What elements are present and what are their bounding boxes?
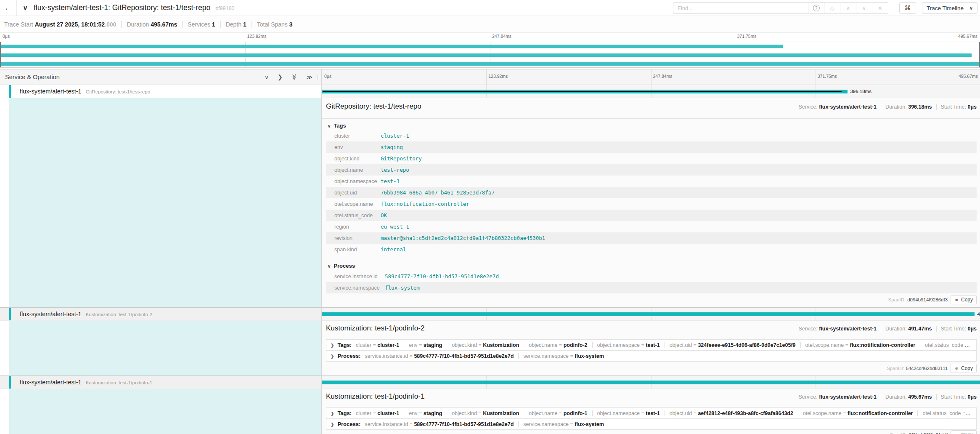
chevron-down-icon: ∨ <box>969 5 973 11</box>
span-duration-bar[interactable] <box>322 381 980 384</box>
collapse-one-icon[interactable]: ∨ <box>265 74 269 80</box>
expand-one-icon[interactable]: ❯ <box>278 74 283 80</box>
tag-row: envstaging <box>326 141 977 153</box>
expand-all-icon[interactable]: ≫ <box>306 74 313 80</box>
column-splitter[interactable] <box>321 69 322 434</box>
span-operation-name: Kustomization: test-1/podinfo-2 <box>86 312 153 317</box>
trace-header-collapse-toggle[interactable]: ∨ <box>19 0 31 16</box>
span-detail-content: GitRepository: test-1/test-repo Service:… <box>322 98 980 307</box>
find-next-button[interactable]: ∨ <box>856 2 872 14</box>
tags-collapsed-strip[interactable]: ❯Tags:clustercluster-1envstagingobject.k… <box>326 339 977 351</box>
span-service-name: flux-system/alert-test-1 <box>20 311 82 317</box>
span-color-accent <box>9 85 11 98</box>
find-input[interactable] <box>673 2 808 14</box>
span-name-cell[interactable]: flux-system/alert-test-1Kustomization: t… <box>0 376 322 389</box>
span-bar-row[interactable]: 491.47ms <box>322 308 980 321</box>
trace-services: Services 1 <box>182 21 220 28</box>
span-detail-content: Kustomization: test-1/podinfo-1 Service:… <box>322 389 980 434</box>
span-id-value: d094b914f9286df3 <box>907 297 948 302</box>
tag-row: object.uid76bb3984-686a-4b07-b461-9285e3… <box>326 187 977 198</box>
trace-id-badge: bf99160 <box>215 5 234 11</box>
tag-row: clustercluster-1 <box>326 130 977 141</box>
find-match-case-button[interactable]: ◇ <box>824 2 840 14</box>
back-icon: ← <box>4 3 12 13</box>
span-name-cell[interactable]: flux-system/alert-test-1GitRepository: t… <box>0 85 322 98</box>
copy-span-id-button[interactable]: ⚭Copy <box>951 430 977 434</box>
span-detail-meta: Service: flux-system/alert-test-1Duratio… <box>798 394 977 400</box>
minimap-canvas[interactable] <box>0 42 980 68</box>
close-icon: ✕ <box>878 5 882 11</box>
copy-span-id-button[interactable]: ⚭Copy <box>951 295 977 304</box>
timeline-column-header: Service & Operation ∨ ❯ ≫ ≫ 0μs 123.92ms… <box>0 69 980 85</box>
span-service-name: flux-system/alert-test-1 <box>20 88 82 95</box>
chevron-down-icon: ∨ <box>328 264 331 269</box>
minimap-left-scrubber[interactable] <box>0 42 1 67</box>
span-detail-title: Kustomization: test-1/podinfo-1 <box>326 392 424 401</box>
span-detail-panel: GitRepository: test-1/test-repo Service:… <box>0 98 980 308</box>
tag-row: object.kindGitRepository <box>326 153 977 164</box>
span-row[interactable]: flux-system/alert-test-1Kustomization: t… <box>0 376 980 389</box>
process-row: service.namespaceflux-system <box>326 282 977 293</box>
tick-label: 123.92ms <box>488 74 508 79</box>
span-id-footer: SpanID:54c2cd462bd83111 ⚭Copy <box>887 364 977 373</box>
service-operation-header: Service & Operation ∨ ❯ ≫ ≫ <box>0 69 322 85</box>
span-duration-bar[interactable] <box>322 312 975 316</box>
process-collapsed-strip[interactable]: ❯Process:service.instance.id589c4777-7f1… <box>326 350 977 362</box>
app-header: ← ∨ flux-system/alert-test-1: GitReposit… <box>0 0 980 16</box>
process-collapsed-strip[interactable]: ❯Process:service.instance.id589c4777-7f1… <box>326 418 977 430</box>
span-id-footer: SpanID:8f6bcb09f6a21ddf ⚭Copy <box>890 430 977 434</box>
minimap-ruler: 0μs 123.92ms 247.84ms 371.75ms 495.67ms <box>0 33 980 42</box>
span-row[interactable]: flux-system/alert-test-1Kustomization: t… <box>0 308 980 321</box>
column-resize-grip[interactable] <box>318 75 319 80</box>
keyboard-shortcuts-button[interactable]: ⌘ <box>899 2 916 14</box>
span-name-cell[interactable]: flux-system/alert-test-1Kustomization: t… <box>0 308 322 321</box>
tag-row: revisionmaster@sha1:c5df2ed2c4a012cfd9a1… <box>326 232 977 244</box>
timeline-ruler: 0μs 123.92ms 247.84ms 371.75ms 495.67ms <box>322 69 980 85</box>
link-icon: ⚭ <box>954 297 959 303</box>
trace-minimap: 0μs 123.92ms 247.84ms 371.75ms 495.67ms <box>0 33 980 69</box>
trace-view-select-label: Trace Timeline <box>927 5 964 11</box>
span-color-accent <box>9 308 11 321</box>
tick-label: 247.84ms <box>653 74 673 79</box>
span-duration-label: 491.47ms <box>977 312 980 316</box>
chevron-right-icon: ❯ <box>331 354 334 359</box>
process-row: service.instance.id589c4777-7f10-4fb1-bd… <box>326 271 977 282</box>
span-service-name: flux-system/alert-test-1 <box>20 379 82 386</box>
span-id-value: 8f6bcb09f6a21ddf <box>909 432 948 434</box>
tags-collapsed-strip[interactable]: ❯Tags:clustercluster-1envstagingobject.k… <box>326 407 977 419</box>
service-operation-label: Service & Operation <box>5 69 60 85</box>
tag-row: span.kindinternal <box>326 244 977 255</box>
find-prev-button[interactable]: ∧ <box>840 2 856 14</box>
trace-depth: Depth 1 <box>220 21 252 28</box>
span-bar-row[interactable]: 396.18ms <box>322 85 980 98</box>
chevron-right-icon: ❯ <box>331 411 334 416</box>
tick-label: 0μs <box>3 34 10 39</box>
span-bar-row[interactable] <box>322 376 980 389</box>
span-operation-name: Kustomization: test-1/podinfo-1 <box>86 380 153 385</box>
span-operation-name: GitRepository: test-1/test-repo <box>86 89 150 94</box>
minimap-span-bar <box>0 62 980 66</box>
tag-row: otel.status_codeOK <box>326 210 977 221</box>
tick-label: 495.67ms <box>959 74 978 79</box>
find-help-button[interactable]: ? <box>808 2 824 14</box>
span-duration-bar[interactable] <box>322 90 848 93</box>
span-detail-title: GitRepository: test-1/test-repo <box>326 102 421 111</box>
span-detail-meta: Service: flux-system/alert-test-1Duratio… <box>798 104 977 110</box>
trace-view-select[interactable]: Trace Timeline ∨ <box>922 2 977 14</box>
tags-accordion-header[interactable]: ∨Tags <box>328 122 346 129</box>
span-id-footer: SpanID:d094b914f9286df3 ⚭Copy <box>888 295 977 304</box>
collapse-all-icon[interactable]: ≫ <box>291 74 298 80</box>
tick-label: 495.67ms <box>958 34 977 39</box>
tick-label: 371.75ms <box>737 34 757 39</box>
process-accordion-header[interactable]: ∨Process <box>328 263 355 269</box>
span-detail-meta: Service: flux-system/alert-test-1Duratio… <box>798 326 977 332</box>
trace-title: flux-system/alert-test-1: GitRepository:… <box>34 0 234 16</box>
find-clear-button[interactable]: ✕ <box>872 2 888 14</box>
minimap-right-scrubber[interactable] <box>979 42 980 67</box>
copy-span-id-button[interactable]: ⚭Copy <box>951 364 977 373</box>
back-button[interactable]: ← <box>0 0 17 16</box>
link-icon: ⚭ <box>954 365 959 372</box>
chevron-down-icon: ∨ <box>328 124 331 128</box>
span-row[interactable]: flux-system/alert-test-1GitRepository: t… <box>0 85 980 98</box>
tag-row: regioneu-west-1 <box>326 221 977 232</box>
